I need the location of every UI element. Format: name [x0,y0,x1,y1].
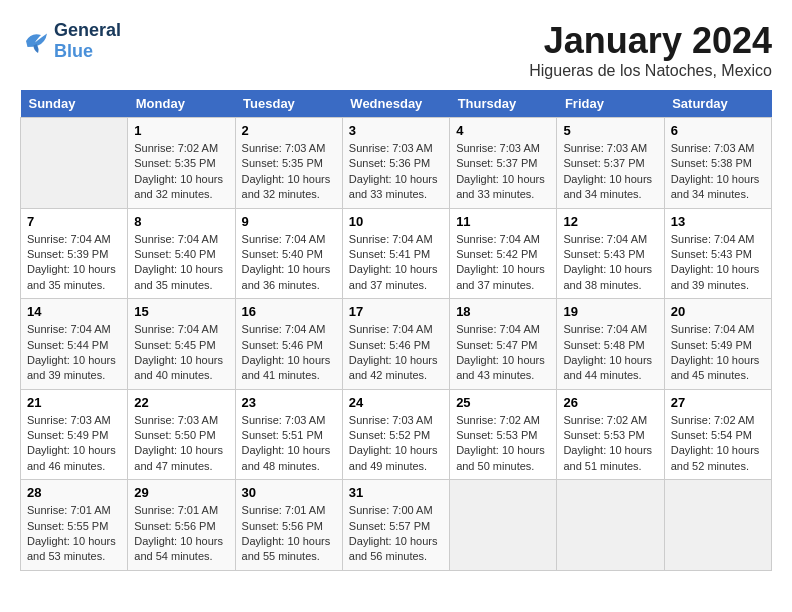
daylight-text: Daylight: 10 hours and 38 minutes. [563,262,657,293]
calendar-table: Sunday Monday Tuesday Wednesday Thursday… [20,90,772,571]
day-info: Sunrise: 7:01 AM Sunset: 5:56 PM Dayligh… [242,503,336,565]
sunrise-text: Sunrise: 7:04 AM [671,322,765,337]
sunrise-text: Sunrise: 7:01 AM [27,503,121,518]
daylight-text: Daylight: 10 hours and 53 minutes. [27,534,121,565]
calendar-cell: 7 Sunrise: 7:04 AM Sunset: 5:39 PM Dayli… [21,208,128,299]
sunrise-text: Sunrise: 7:03 AM [242,141,336,156]
day-number: 11 [456,214,550,229]
daylight-text: Daylight: 10 hours and 34 minutes. [563,172,657,203]
daylight-text: Daylight: 10 hours and 37 minutes. [456,262,550,293]
sunset-text: Sunset: 5:42 PM [456,247,550,262]
sunset-text: Sunset: 5:45 PM [134,338,228,353]
day-number: 2 [242,123,336,138]
daylight-text: Daylight: 10 hours and 55 minutes. [242,534,336,565]
sunset-text: Sunset: 5:36 PM [349,156,443,171]
calendar-cell [21,118,128,209]
day-info: Sunrise: 7:03 AM Sunset: 5:37 PM Dayligh… [456,141,550,203]
daylight-text: Daylight: 10 hours and 36 minutes. [242,262,336,293]
sunset-text: Sunset: 5:50 PM [134,428,228,443]
calendar-cell [557,480,664,571]
day-number: 16 [242,304,336,319]
day-info: Sunrise: 7:03 AM Sunset: 5:38 PM Dayligh… [671,141,765,203]
logo: General Blue [20,20,121,62]
header-saturday: Saturday [664,90,771,118]
sunset-text: Sunset: 5:39 PM [27,247,121,262]
day-number: 30 [242,485,336,500]
day-info: Sunrise: 7:03 AM Sunset: 5:52 PM Dayligh… [349,413,443,475]
sunset-text: Sunset: 5:56 PM [242,519,336,534]
sunrise-text: Sunrise: 7:02 AM [134,141,228,156]
sunset-text: Sunset: 5:48 PM [563,338,657,353]
day-number: 18 [456,304,550,319]
calendar-cell: 4 Sunrise: 7:03 AM Sunset: 5:37 PM Dayli… [450,118,557,209]
sunrise-text: Sunrise: 7:03 AM [349,413,443,428]
day-number: 21 [27,395,121,410]
sunset-text: Sunset: 5:41 PM [349,247,443,262]
daylight-text: Daylight: 10 hours and 54 minutes. [134,534,228,565]
calendar-cell: 17 Sunrise: 7:04 AM Sunset: 5:46 PM Dayl… [342,299,449,390]
day-info: Sunrise: 7:04 AM Sunset: 5:40 PM Dayligh… [134,232,228,294]
day-number: 23 [242,395,336,410]
daylight-text: Daylight: 10 hours and 35 minutes. [27,262,121,293]
daylight-text: Daylight: 10 hours and 40 minutes. [134,353,228,384]
day-info: Sunrise: 7:04 AM Sunset: 5:43 PM Dayligh… [671,232,765,294]
day-number: 6 [671,123,765,138]
day-info: Sunrise: 7:03 AM Sunset: 5:37 PM Dayligh… [563,141,657,203]
header-row: Sunday Monday Tuesday Wednesday Thursday… [21,90,772,118]
day-info: Sunrise: 7:03 AM Sunset: 5:35 PM Dayligh… [242,141,336,203]
sunrise-text: Sunrise: 7:04 AM [456,232,550,247]
day-info: Sunrise: 7:04 AM Sunset: 5:41 PM Dayligh… [349,232,443,294]
day-info: Sunrise: 7:04 AM Sunset: 5:46 PM Dayligh… [349,322,443,384]
page-header: General Blue January 2024 Higueras de lo… [20,20,772,80]
daylight-text: Daylight: 10 hours and 50 minutes. [456,443,550,474]
calendar-cell: 21 Sunrise: 7:03 AM Sunset: 5:49 PM Dayl… [21,389,128,480]
day-info: Sunrise: 7:04 AM Sunset: 5:48 PM Dayligh… [563,322,657,384]
daylight-text: Daylight: 10 hours and 52 minutes. [671,443,765,474]
daylight-text: Daylight: 10 hours and 48 minutes. [242,443,336,474]
day-info: Sunrise: 7:03 AM Sunset: 5:50 PM Dayligh… [134,413,228,475]
day-number: 14 [27,304,121,319]
calendar-cell: 25 Sunrise: 7:02 AM Sunset: 5:53 PM Dayl… [450,389,557,480]
day-number: 26 [563,395,657,410]
calendar-cell [664,480,771,571]
sunrise-text: Sunrise: 7:00 AM [349,503,443,518]
day-number: 5 [563,123,657,138]
daylight-text: Daylight: 10 hours and 42 minutes. [349,353,443,384]
week-row-1: 1 Sunrise: 7:02 AM Sunset: 5:35 PM Dayli… [21,118,772,209]
day-info: Sunrise: 7:01 AM Sunset: 5:55 PM Dayligh… [27,503,121,565]
daylight-text: Daylight: 10 hours and 56 minutes. [349,534,443,565]
calendar-cell: 22 Sunrise: 7:03 AM Sunset: 5:50 PM Dayl… [128,389,235,480]
calendar-subtitle: Higueras de los Natoches, Mexico [529,62,772,80]
sunset-text: Sunset: 5:40 PM [134,247,228,262]
sunset-text: Sunset: 5:53 PM [563,428,657,443]
calendar-cell: 3 Sunrise: 7:03 AM Sunset: 5:36 PM Dayli… [342,118,449,209]
calendar-cell: 30 Sunrise: 7:01 AM Sunset: 5:56 PM Dayl… [235,480,342,571]
sunrise-text: Sunrise: 7:04 AM [242,322,336,337]
sunrise-text: Sunrise: 7:04 AM [456,322,550,337]
sunset-text: Sunset: 5:35 PM [134,156,228,171]
day-info: Sunrise: 7:04 AM Sunset: 5:44 PM Dayligh… [27,322,121,384]
calendar-cell: 15 Sunrise: 7:04 AM Sunset: 5:45 PM Dayl… [128,299,235,390]
day-number: 31 [349,485,443,500]
day-info: Sunrise: 7:02 AM Sunset: 5:53 PM Dayligh… [563,413,657,475]
sunrise-text: Sunrise: 7:03 AM [134,413,228,428]
sunset-text: Sunset: 5:51 PM [242,428,336,443]
calendar-cell: 13 Sunrise: 7:04 AM Sunset: 5:43 PM Dayl… [664,208,771,299]
sunrise-text: Sunrise: 7:04 AM [27,322,121,337]
sunset-text: Sunset: 5:35 PM [242,156,336,171]
daylight-text: Daylight: 10 hours and 47 minutes. [134,443,228,474]
daylight-text: Daylight: 10 hours and 49 minutes. [349,443,443,474]
sunset-text: Sunset: 5:57 PM [349,519,443,534]
sunrise-text: Sunrise: 7:04 AM [563,322,657,337]
day-info: Sunrise: 7:04 AM Sunset: 5:40 PM Dayligh… [242,232,336,294]
calendar-cell: 19 Sunrise: 7:04 AM Sunset: 5:48 PM Dayl… [557,299,664,390]
sunrise-text: Sunrise: 7:03 AM [456,141,550,156]
day-info: Sunrise: 7:04 AM Sunset: 5:39 PM Dayligh… [27,232,121,294]
header-sunday: Sunday [21,90,128,118]
sunrise-text: Sunrise: 7:04 AM [563,232,657,247]
day-number: 24 [349,395,443,410]
week-row-3: 14 Sunrise: 7:04 AM Sunset: 5:44 PM Dayl… [21,299,772,390]
day-number: 19 [563,304,657,319]
header-tuesday: Tuesday [235,90,342,118]
day-number: 22 [134,395,228,410]
